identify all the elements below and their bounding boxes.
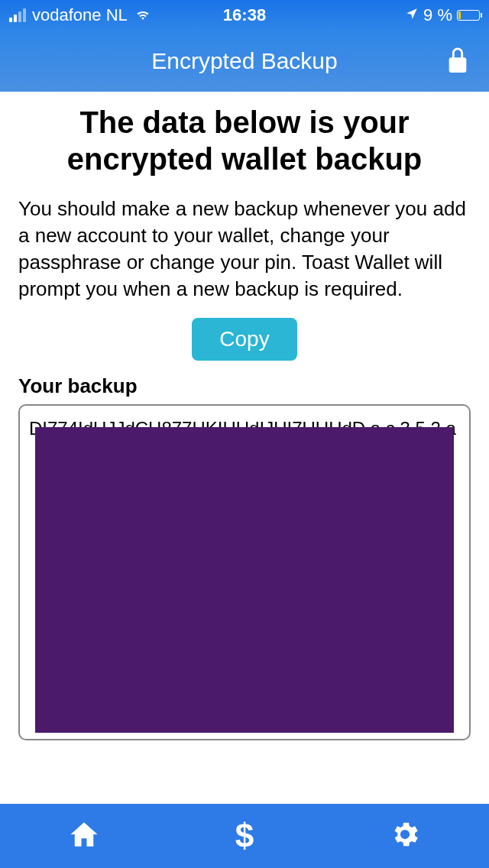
- copy-button[interactable]: Copy: [192, 318, 296, 361]
- location-icon: [405, 5, 419, 25]
- battery-icon: [457, 10, 480, 21]
- nav-home[interactable]: [45, 811, 123, 861]
- status-right: 9 %: [405, 5, 480, 25]
- description-text: You should make a new backup whenever yo…: [18, 196, 471, 303]
- nav-settings[interactable]: [366, 811, 444, 861]
- main-content: The data below is your encrypted wallet …: [0, 92, 489, 740]
- nav-dollar[interactable]: $: [212, 809, 277, 863]
- status-bar: vodafone NL 16:38 9 %: [0, 0, 489, 31]
- home-icon: [68, 818, 100, 850]
- backup-data-box[interactable]: DI774IdUJJdCH877HKIHUdIJUI7UUHdD a c 3 5…: [18, 404, 471, 740]
- gear-icon: [389, 818, 421, 850]
- backup-label: Your backup: [18, 374, 471, 398]
- status-left: vodafone NL: [9, 4, 152, 27]
- header-title: Encrypted Backup: [151, 48, 337, 74]
- page-title: The data below is your encrypted wallet …: [18, 104, 471, 177]
- battery-percent: 9 %: [423, 5, 452, 25]
- status-time: 16:38: [223, 5, 266, 25]
- redaction-overlay: [35, 427, 454, 733]
- signal-icon: [9, 8, 26, 22]
- carrier-label: vodafone NL: [32, 5, 128, 25]
- bottom-nav: $: [0, 804, 489, 868]
- wifi-icon: [134, 4, 152, 27]
- lock-icon[interactable]: [445, 44, 471, 78]
- app-header: Encrypted Backup: [0, 31, 489, 92]
